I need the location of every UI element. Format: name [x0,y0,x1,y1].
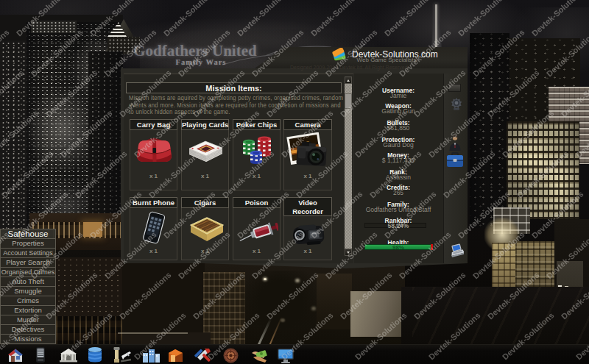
svg-text:Devtek-Solutions: Devtek-Solutions [545,230,589,281]
svg-text:Devtek-Solutions: Devtek-Solutions [88,190,144,240]
svg-text:Devtek-Solutions: Devtek-Solutions [398,230,453,281]
svg-text:Devtek-Solutions: Devtek-Solutions [0,271,26,321]
svg-text:Devtek-Solutions: Devtek-Solutions [398,28,453,79]
svg-text:Devtek-Solutions: Devtek-Solutions [574,109,589,160]
svg-text:Devtek-Solutions: Devtek-Solutions [191,68,247,119]
svg-text:Devtek-Solutions: Devtek-Solutions [191,271,247,321]
svg-text:Devtek-Solutions: Devtek-Solutions [103,230,158,281]
svg-text:Devtek-Solutions: Devtek-Solutions [206,109,261,160]
svg-text:Devtek-Solutions: Devtek-Solutions [339,68,394,119]
svg-text:Devtek-Solutions: Devtek-Solutions [530,0,585,38]
svg-text:Devtek-Solutions: Devtek-Solutions [44,68,99,119]
svg-text:Devtek-Solutions: Devtek-Solutions [236,190,291,240]
svg-text:Devtek-Solutions: Devtek-Solutions [147,149,202,200]
svg-text:Devtek-Solutions: Devtek-Solutions [59,109,114,160]
svg-text:Devtek-Solutions: Devtek-Solutions [545,28,589,79]
svg-text:Devtek-Solutions: Devtek-Solutions [162,190,217,240]
svg-text:Devtek-Solutions: Devtek-Solutions [560,271,589,321]
svg-text:Devtek-Solutions: Devtek-Solutions [383,0,438,38]
svg-text:Devtek-Solutions: Devtek-Solutions [15,0,70,38]
svg-text:Devtek-Solutions: Devtek-Solutions [29,230,85,281]
svg-text:Devtek-Solutions: Devtek-Solutions [412,271,468,321]
svg-text:Devtek-Solutions: Devtek-Solutions [309,190,364,240]
svg-text:Devtek-Solutions: Devtek-Solutions [456,0,512,38]
svg-text:Devtek-Solutions: Devtek-Solutions [280,109,335,160]
svg-text:Devtek-Solutions: Devtek-Solutions [221,149,276,200]
svg-text:Devtek-Solutions: Devtek-Solutions [280,311,335,362]
svg-text:Devtek-Solutions: Devtek-Solutions [0,311,40,362]
svg-text:Devtek-Solutions: Devtek-Solutions [250,230,306,281]
svg-text:Devtek-Solutions: Devtek-Solutions [88,0,144,38]
svg-text:Devtek-Solutions: Devtek-Solutions [0,109,40,160]
svg-text:Devtek-Solutions: Devtek-Solutions [515,149,571,200]
svg-text:Devtek-Solutions: Devtek-Solutions [0,230,11,281]
svg-text:Devtek-Solutions: Devtek-Solutions [236,0,291,38]
svg-text:Devtek-Solutions: Devtek-Solutions [486,68,541,119]
svg-text:Devtek-Solutions: Devtek-Solutions [265,271,320,321]
svg-text:Devtek-Solutions: Devtek-Solutions [456,190,512,240]
svg-text:Devtek-Solutions: Devtek-Solutions [353,311,409,362]
svg-text:Devtek-Solutions: Devtek-Solutions [383,190,438,240]
svg-text:Devtek-Solutions: Devtek-Solutions [560,68,589,119]
svg-text:Devtek-Solutions: Devtek-Solutions [250,28,306,79]
svg-text:Devtek-Solutions: Devtek-Solutions [501,311,556,362]
svg-text:Devtek-Solutions: Devtek-Solutions [501,109,556,160]
svg-text:Devtek-Solutions: Devtek-Solutions [471,230,526,281]
svg-text:Devtek-Solutions: Devtek-Solutions [574,311,589,362]
svg-text:Devtek-Solutions: Devtek-Solutions [177,28,232,79]
svg-text:Devtek-Solutions: Devtek-Solutions [44,271,99,321]
svg-text:Devtek-Solutions: Devtek-Solutions [206,311,261,362]
svg-text:Devtek-Solutions: Devtek-Solutions [471,28,526,79]
svg-text:Devtek-Solutions: Devtek-Solutions [339,271,394,321]
svg-text:Devtek-Solutions: Devtek-Solutions [368,149,423,200]
svg-text:Devtek-Solutions: Devtek-Solutions [59,311,114,362]
svg-text:Devtek-Solutions: Devtek-Solutions [29,28,85,79]
svg-text:Devtek-Solutions: Devtek-Solutions [103,28,158,79]
svg-text:Devtek-Solutions: Devtek-Solutions [309,0,364,38]
svg-text:Devtek-Solutions: Devtek-Solutions [324,230,379,281]
svg-text:Devtek-Solutions: Devtek-Solutions [412,68,468,119]
svg-text:Devtek-Solutions: Devtek-Solutions [177,230,232,281]
svg-text:Devtek-Solutions: Devtek-Solutions [427,311,482,362]
svg-text:Devtek-Solutions: Devtek-Solutions [118,271,173,321]
svg-text:Devtek-Solutions: Devtek-Solutions [442,149,497,200]
svg-text:Devtek-Solutions: Devtek-Solutions [486,271,541,321]
svg-text:Devtek-Solutions: Devtek-Solutions [0,28,11,79]
svg-text:Devtek-Solutions: Devtek-Solutions [324,28,379,79]
svg-text:Devtek-Solutions: Devtek-Solutions [15,190,70,240]
svg-text:Devtek-Solutions: Devtek-Solutions [0,68,26,119]
svg-text:Devtek-Solutions: Devtek-Solutions [427,109,482,160]
svg-text:Devtek-Solutions: Devtek-Solutions [133,311,188,362]
svg-text:Devtek-Solutions: Devtek-Solutions [74,149,129,200]
svg-text:Devtek-Solutions: Devtek-Solutions [133,109,188,160]
svg-text:Devtek-Solutions: Devtek-Solutions [118,68,173,119]
svg-text:Devtek-Solutions: Devtek-Solutions [530,190,585,240]
svg-text:Devtek-Solutions: Devtek-Solutions [353,109,409,160]
svg-text:Devtek-Solutions: Devtek-Solutions [294,149,350,200]
svg-text:Devtek-Solutions: Devtek-Solutions [0,149,55,200]
svg-text:Devtek-Solutions: Devtek-Solutions [265,68,320,119]
svg-text:Devtek-Solutions: Devtek-Solutions [162,0,217,38]
